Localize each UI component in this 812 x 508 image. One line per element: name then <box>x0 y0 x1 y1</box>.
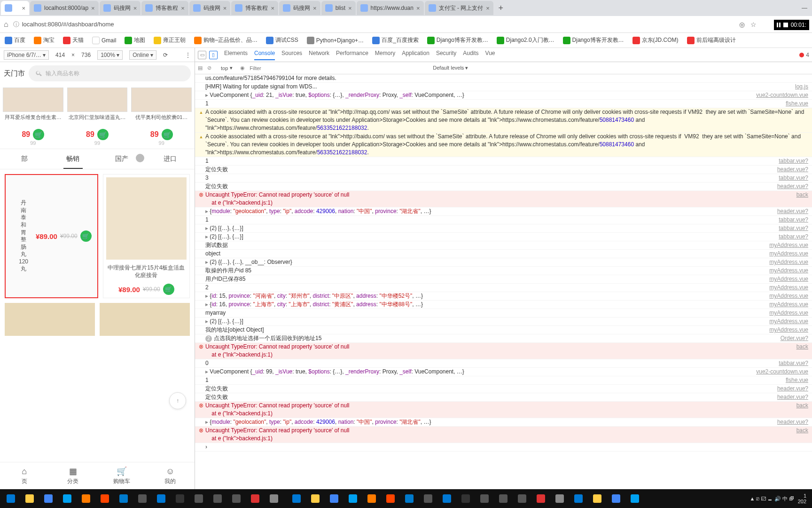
search-input[interactable]: 输入商品名称 <box>29 65 191 81</box>
devtools-panel-tab[interactable]: Memory <box>375 50 395 60</box>
console-row[interactable]: 0tabbar.vue? <box>195 359 812 368</box>
log-source-link[interactable]: Order.vue? <box>781 334 810 342</box>
console-row[interactable]: 用户ID已保存85myAddress.vue <box>195 275 812 284</box>
devtools-panel-tab[interactable]: Application <box>402 50 429 60</box>
bookmark-item[interactable]: 天猫 <box>63 36 84 44</box>
log-source-link[interactable]: myAddress.vue <box>769 292 810 300</box>
taskbar-app[interactable] <box>438 491 456 506</box>
console-row[interactable]: 2点选我的地址选择一个后返回收到的地址15Order.vue? <box>195 334 812 343</box>
taskbar-app[interactable] <box>190 491 208 506</box>
taskbar-app[interactable] <box>532 491 550 506</box>
product-card-partial[interactable] <box>100 303 190 336</box>
tab-close-icon[interactable]: × <box>91 5 95 12</box>
device-select[interactable]: iPhone 6/7/… ▾ <box>4 50 49 60</box>
console-row[interactable]: 1tabbar.vue? <box>195 157 812 166</box>
log-source-link[interactable]: myAddress.vue <box>769 326 810 334</box>
log-source-link[interactable]: header.vue? <box>777 183 810 190</box>
category-tab[interactable]: 国产 <box>97 149 146 169</box>
console-row[interactable]: Uncaught TypeError: Cannot read property… <box>195 427 812 443</box>
tab-close-icon[interactable]: × <box>181 5 185 12</box>
product-card-large[interactable]: 中理接骨七厘片15片4板盒活血化瘀接骨¥89.00¥99.00🛒 <box>103 174 190 298</box>
console-row[interactable]: 定位失败header.vue? <box>195 393 812 402</box>
taskbar-app[interactable] <box>288 491 305 506</box>
bookmark-item[interactable]: 调试CSS <box>266 36 298 44</box>
devtools-panel-tab[interactable]: Sources <box>281 50 302 60</box>
product-card[interactable]: 优平奥利司他胶囊01…89🛒99 <box>131 87 192 146</box>
log-source-link[interactable] <box>808 443 810 451</box>
log-source-link[interactable]: flshe.vue <box>786 100 810 108</box>
back-to-top-button[interactable]: ↑ <box>169 392 186 409</box>
console-row[interactable]: (2) {{…}, {…}, __ob__: Observer}myAddres… <box>195 258 812 267</box>
log-source-link[interactable]: tabbar.vue? <box>779 174 810 182</box>
console-row[interactable]: Uncaught TypeError: Cannot read property… <box>195 191 812 207</box>
console-row[interactable]: 2myAddress.vue <box>195 284 812 292</box>
console-row[interactable]: (2) [{…}, {…}]tabbar.vue? <box>195 233 812 241</box>
eye-icon[interactable]: ◎ <box>739 21 745 28</box>
bookmark-item[interactable]: 京东(JD.COM) <box>632 36 679 44</box>
product-card-large[interactable]: 丹南泰和胃整肠丸120丸¥89.00¥99.00🛒 <box>5 174 98 298</box>
taskbar-app[interactable] <box>457 491 475 506</box>
taskbar-app[interactable] <box>115 491 133 506</box>
log-source-link[interactable]: header.vue? <box>777 385 810 393</box>
log-source-link[interactable]: vue2-countdown.vue <box>756 91 810 99</box>
console-row[interactable]: {module: "geolocation", type: "ip", adco… <box>195 207 812 216</box>
log-source-link[interactable]: myAddress.vue <box>769 267 810 275</box>
taskbar-app[interactable] <box>419 491 437 506</box>
log-source-link[interactable]: vue2-countdown.vue <box>756 368 810 376</box>
console-row[interactable]: 定位失败header.vue? <box>195 183 812 191</box>
log-source-link[interactable] <box>808 74 810 82</box>
console-row[interactable]: 定位失败header.vue? <box>195 385 812 393</box>
bookmark-item[interactable]: 地图 <box>125 36 145 44</box>
tab-close-icon[interactable]: × <box>486 5 490 12</box>
bookmark-item[interactable]: Django2.0入门教… <box>497 36 554 44</box>
category-tab[interactable]: 畅销 <box>49 149 98 169</box>
log-source-link[interactable]: header.vue? <box>777 393 810 401</box>
bookmark-item[interactable]: Django博客开发教… <box>427 36 488 44</box>
log-source-link[interactable]: back <box>796 427 810 443</box>
console-row[interactable]: › <box>195 443 812 452</box>
log-source-link[interactable]: tabbar.vue? <box>779 157 810 165</box>
browser-tab[interactable]: 博客教程× <box>231 1 278 15</box>
url-box[interactable]: ⓘ localhost:8080/#/dashboard/home <box>13 20 114 29</box>
url-text[interactable]: localhost:8080/#/dashboard/home <box>22 21 114 28</box>
console-row[interactable]: 取操的作用户id 85myAddress.vue <box>195 267 812 275</box>
console-row[interactable]: 测试数据myAddress.vue <box>195 241 812 250</box>
browser-tab[interactable]: × <box>1 1 29 15</box>
taskbar-app[interactable] <box>246 491 264 506</box>
mobile-viewport[interactable]: 天门市 输入商品名称 拜耳爱乐维复合维生素…89🛒99北京同仁堂加味逍遥丸…89… <box>0 62 195 489</box>
tab-close-icon[interactable]: × <box>416 5 420 12</box>
browser-tab[interactable]: blist× <box>321 1 356 15</box>
taskbar-app[interactable] <box>570 491 587 506</box>
taskbar-app[interactable] <box>58 491 76 506</box>
toggle-device-icon[interactable]: ▯ <box>209 51 218 59</box>
browser-tab[interactable]: 码搜网× <box>189 1 231 15</box>
tab-close-icon[interactable]: × <box>271 5 274 12</box>
console-row[interactable]: 1flshe.vue <box>195 376 812 385</box>
product-card[interactable]: 拜耳爱乐维复合维生素…89🛒99 <box>3 87 63 146</box>
log-source-link[interactable]: myAddress.vue <box>769 301 810 309</box>
taskbar-app[interactable] <box>513 491 531 506</box>
taskbar-app[interactable] <box>551 491 569 506</box>
window-minimize-button[interactable]: — <box>802 5 807 11</box>
taskbar-app[interactable] <box>2 491 20 506</box>
taskbar-app[interactable] <box>171 491 189 506</box>
add-to-cart-button[interactable]: 🛒 <box>162 129 173 140</box>
console-row[interactable]: 定位失败header.vue? <box>195 166 812 174</box>
taskbar-app[interactable] <box>306 491 324 506</box>
bookmark-item[interactable]: 百度 <box>5 36 25 44</box>
taskbar-app[interactable] <box>77 491 95 506</box>
bottom-nav-item[interactable]: ▦分类 <box>49 462 98 489</box>
console-row[interactable]: Uncaught TypeError: Cannot read property… <box>195 402 812 418</box>
taskbar-app[interactable] <box>363 491 381 506</box>
zoom-select[interactable]: 100% ▾ <box>97 50 123 60</box>
log-source-link[interactable]: back <box>796 402 810 418</box>
console-row[interactable]: 1flshe.vue <box>195 100 812 108</box>
product-card-partial[interactable] <box>5 303 95 336</box>
bottom-nav-item[interactable]: 🛒购物车 <box>97 462 146 489</box>
devtools-panel-tab[interactable]: Network <box>309 50 329 60</box>
devtools-panel-tab[interactable]: Vue <box>485 50 495 60</box>
taskbar-app[interactable] <box>21 491 39 506</box>
network-select[interactable]: Online ▾ <box>129 50 156 60</box>
filter-input[interactable] <box>250 65 306 71</box>
log-levels-select[interactable]: Default levels ▾ <box>433 65 468 71</box>
